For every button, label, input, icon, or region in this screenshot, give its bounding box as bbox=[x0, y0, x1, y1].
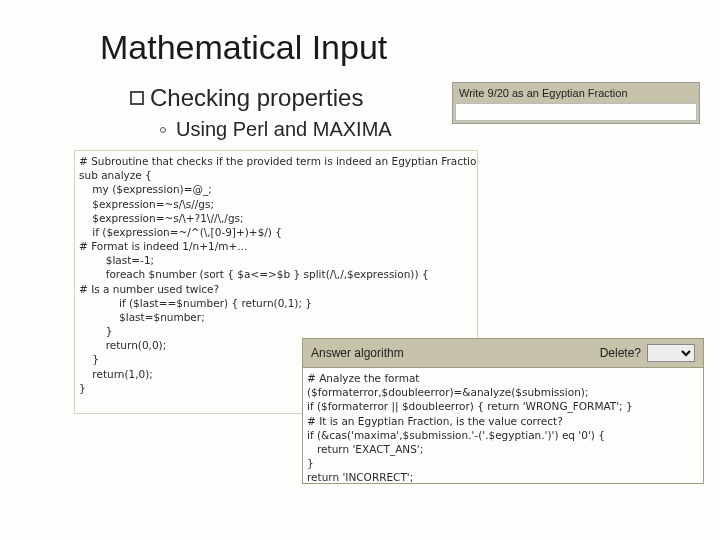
algorithm-code-block: # Analyze the format ($formaterror,$doub… bbox=[303, 367, 703, 483]
panel-header: Answer algorithm Delete? bbox=[303, 339, 703, 367]
subtitle-row: Checking properties bbox=[130, 84, 363, 112]
question-panel: Write 9/20 as an Egyptian Fraction bbox=[452, 82, 700, 124]
answer-input[interactable] bbox=[455, 103, 697, 121]
square-bullet-icon bbox=[130, 91, 144, 105]
delete-label: Delete? bbox=[600, 346, 641, 360]
question-label: Write 9/20 as an Egyptian Fraction bbox=[453, 83, 699, 103]
answer-algorithm-panel: Answer algorithm Delete? # Analyze the f… bbox=[302, 338, 704, 484]
circle-bullet-icon bbox=[160, 127, 166, 133]
subline-text: Using Perl and MAXIMA bbox=[176, 118, 392, 141]
slide-title: Mathematical Input bbox=[100, 28, 387, 67]
delete-select[interactable] bbox=[647, 344, 695, 362]
answer-algorithm-label: Answer algorithm bbox=[311, 346, 600, 360]
slide-container: Mathematical Input Checking properties U… bbox=[0, 0, 720, 540]
subtitle-text: Checking properties bbox=[150, 84, 363, 112]
subline-row: Using Perl and MAXIMA bbox=[160, 118, 392, 141]
